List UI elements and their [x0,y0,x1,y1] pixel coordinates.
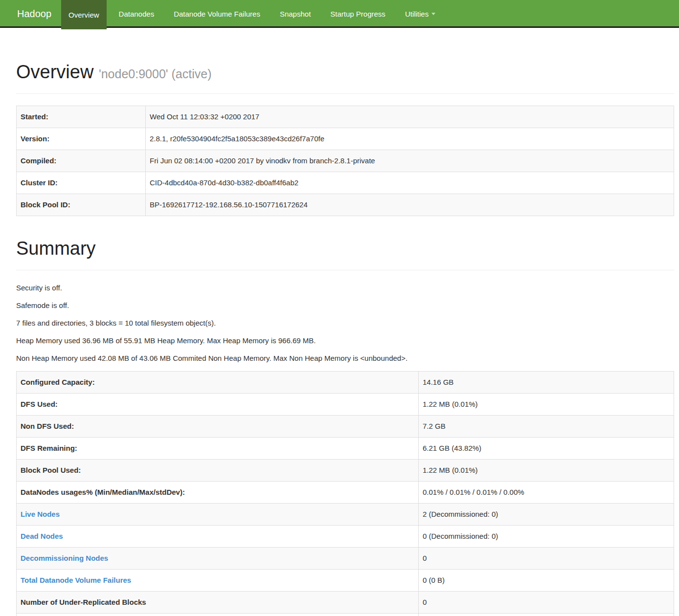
row-value: 0 (0 B) [419,569,674,591]
table-row: Total Datanode Volume Failures 0 (0 B) [17,569,674,591]
row-label: Dead Nodes [17,525,419,547]
nav-tab-datanode-volume-failures[interactable]: Datanode Volume Failures [166,0,268,28]
page-title: Overview 'node0:9000' (active) [16,62,674,83]
row-label: DFS Remaining: [17,437,419,459]
row-value: 1.22 MB (0.01%) [419,459,674,481]
row-value: 7.2 GB [419,415,674,437]
row-value: 6.21 GB (43.82%) [419,437,674,459]
live-nodes-link[interactable]: Live Nodes [21,510,60,518]
nav-tab-datanodes[interactable]: Datanodes [112,0,162,28]
table-row: DFS Used: 1.22 MB (0.01%) [17,393,674,415]
top-navbar: Hadoop Overview Datanodes Datanode Volum… [0,0,679,28]
row-value: 0 [419,613,674,616]
nav-tab-snapshot[interactable]: Snapshot [272,0,318,28]
safemode-status-text: Safemode is off. [16,301,674,310]
row-value: 0 [419,547,674,569]
main-nav: Overview Datanodes Datanode Volume Failu… [61,0,448,28]
dead-nodes-link[interactable]: Dead Nodes [21,532,63,540]
table-row: Version: 2.8.1, r20fe5304904fc2f5a18053c… [17,128,674,150]
table-row: DFS Remaining: 6.21 GB (43.82%) [17,437,674,459]
nav-tab-startup-progress[interactable]: Startup Progress [323,0,393,28]
row-value: 0 (Decommissioned: 0) [419,525,674,547]
nav-tab-utilities-dropdown[interactable]: Utilities [398,0,443,28]
summary-table: Configured Capacity: 14.16 GB DFS Used: … [16,371,674,616]
row-value: 0.01% / 0.01% / 0.01% / 0.00% [419,481,674,503]
table-row: Started: Wed Oct 11 12:03:32 +0200 2017 [17,106,674,128]
row-value: 0 [419,591,674,613]
nav-tab-overview[interactable]: Overview [61,0,107,29]
row-value: Fri Jun 02 08:14:00 +0200 2017 by vinodk… [146,150,674,172]
overview-table: Started: Wed Oct 11 12:03:32 +0200 2017 … [16,106,674,216]
row-label: Total Datanode Volume Failures [17,569,419,591]
table-row: Configured Capacity: 14.16 GB [17,371,674,393]
row-label: Block Pool Used: [17,459,419,481]
summary-status-block: Security is off. Safemode is off. 7 file… [16,283,674,363]
table-row: Cluster ID: CID-4dbcd40a-870d-4d30-b382-… [17,172,674,194]
summary-title: Summary [16,239,674,259]
table-row: Block Pool ID: BP-1692617712-192.168.56.… [17,194,674,216]
decommissioning-nodes-link[interactable]: Decommissioning Nodes [21,554,108,562]
page-title-text: Overview [16,62,93,82]
row-label: Number of Under-Replicated Blocks [17,591,419,613]
row-label: Block Pool ID: [17,194,146,216]
table-row: Dead Nodes 0 (Decommissioned: 0) [17,525,674,547]
row-label: Version: [17,128,146,150]
row-label: Configured Capacity: [17,371,419,393]
row-value: 1.22 MB (0.01%) [419,393,674,415]
total-datanode-volume-failures-link[interactable]: Total Datanode Volume Failures [21,576,131,584]
table-row: Block Pool Used: 1.22 MB (0.01%) [17,459,674,481]
overview-header: Overview 'node0:9000' (active) [16,62,674,94]
row-label: Cluster ID: [17,172,146,194]
row-value: 14.16 GB [419,371,674,393]
page-title-subtitle: 'node0:9000' (active) [99,67,212,81]
nav-tab-utilities-label: Utilities [405,10,429,18]
row-value: 2 (Decommissioned: 0) [419,503,674,525]
table-row: Number of Blocks Pending Deletion 0 [17,613,674,616]
table-row: Non DFS Used: 7.2 GB [17,415,674,437]
heap-memory-text: Heap Memory used 36.96 MB of 55.91 MB He… [16,336,674,346]
page-content: Overview 'node0:9000' (active) Started: … [16,62,674,616]
filesystem-objects-text: 7 files and directories, 3 blocks = 10 t… [16,318,674,328]
table-row: Decommissioning Nodes 0 [17,547,674,569]
row-value: CID-4dbcd40a-870d-4d30-b382-db0aff4f6ab2 [146,172,674,194]
app-brand[interactable]: Hadoop [17,0,51,28]
row-label: Number of Blocks Pending Deletion [17,613,419,616]
row-label: Compiled: [17,150,146,172]
table-row: Number of Under-Replicated Blocks 0 [17,591,674,613]
row-label: Started: [17,106,146,128]
row-value: 2.8.1, r20fe5304904fc2f5a18053c389e43cd2… [146,128,674,150]
row-value: Wed Oct 11 12:03:32 +0200 2017 [146,106,674,128]
row-label: DFS Used: [17,393,419,415]
chevron-down-icon [431,13,435,15]
row-value: BP-1692617712-192.168.56.10-150771617262… [146,194,674,216]
non-heap-memory-text: Non Heap Memory used 42.08 MB of 43.06 M… [16,353,674,363]
row-label: Decommissioning Nodes [17,547,419,569]
security-status-text: Security is off. [16,283,674,293]
table-row: Live Nodes 2 (Decommissioned: 0) [17,503,674,525]
table-row: DataNodes usages% (Min/Median/Max/stdDev… [17,481,674,503]
row-label: Live Nodes [17,503,419,525]
row-label: Non DFS Used: [17,415,419,437]
row-label: DataNodes usages% (Min/Median/Max/stdDev… [17,481,419,503]
table-row: Compiled: Fri Jun 02 08:14:00 +0200 2017… [17,150,674,172]
summary-header: Summary [16,239,674,270]
